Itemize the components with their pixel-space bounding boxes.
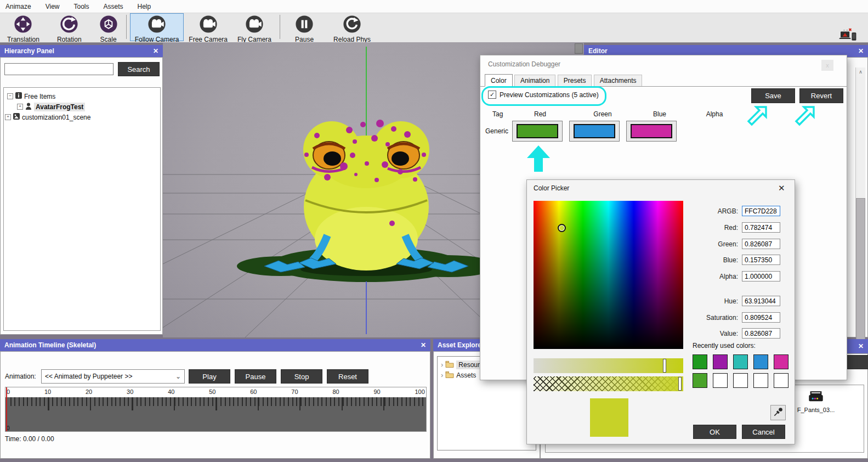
- recent-color-swatch[interactable]: [753, 373, 768, 388]
- close-icon[interactable]: ✕: [778, 183, 785, 193]
- pause-icon: [295, 15, 314, 35]
- ruler-numbers: 010 2030 4050 6070 8090 100: [7, 388, 425, 395]
- editor-scrollbar-thumb[interactable]: [856, 198, 865, 347]
- saturation-slider-handle[interactable]: [663, 359, 666, 373]
- ok-button[interactable]: OK: [693, 425, 736, 439]
- preview-customizations-checkbox[interactable]: ✓ Preview Customizations (5 active): [488, 91, 599, 99]
- tab-presets[interactable]: Presets: [558, 75, 592, 86]
- close-icon[interactable]: ✕: [153, 47, 158, 55]
- recent-color-swatch[interactable]: [733, 373, 748, 388]
- tree-item-scene[interactable]: + customization01_scene: [4, 112, 160, 122]
- timeline-track[interactable]: 0: [5, 397, 426, 431]
- playhead[interactable]: [6, 387, 7, 431]
- hierarchy-search-button[interactable]: Search: [118, 62, 160, 76]
- saturation-input[interactable]: [742, 312, 780, 323]
- tree-item-label: AvatarFrogTest: [34, 103, 85, 111]
- expand-icon[interactable]: +: [17, 104, 23, 110]
- recent-color-swatch[interactable]: [693, 354, 707, 369]
- hue-value-gradient[interactable]: [534, 201, 683, 349]
- gradient-cursor[interactable]: [558, 224, 566, 232]
- recent-color-swatch[interactable]: [774, 373, 788, 388]
- free-camera-icon: [199, 15, 218, 35]
- pause-button[interactable]: Pause: [290, 13, 319, 41]
- alpha-input[interactable]: [742, 271, 780, 281]
- hierarchy-search-input[interactable]: [4, 63, 114, 75]
- chevron-right-icon[interactable]: ›: [441, 360, 443, 369]
- alpha-slider[interactable]: [534, 376, 683, 391]
- panel-action-button[interactable]: [846, 355, 868, 369]
- swatch-color: [574, 124, 615, 138]
- asset-file-label: F_Pants_03...: [797, 407, 835, 413]
- close-icon[interactable]: ✕: [858, 47, 864, 55]
- save-button[interactable]: Save: [751, 88, 795, 103]
- menu-assets[interactable]: Assets: [104, 3, 123, 10]
- saturation-slider[interactable]: [534, 358, 683, 373]
- green-input[interactable]: [742, 239, 780, 249]
- alpha-slider-handle[interactable]: [678, 377, 682, 391]
- recent-color-swatch[interactable]: [713, 373, 728, 388]
- animation-dropdown[interactable]: << Animated by Puppeteer >> ⌄: [41, 369, 185, 384]
- scale-button[interactable]: Scale: [94, 13, 123, 41]
- stop-button[interactable]: Stop: [281, 369, 322, 384]
- dialog-close-button[interactable]: x: [821, 60, 833, 71]
- column-header-red: Red: [523, 110, 557, 118]
- hue-input[interactable]: [742, 296, 780, 306]
- blue-channel-swatch[interactable]: [626, 121, 677, 142]
- green-label: Green:: [689, 240, 738, 248]
- folder-icon: [445, 360, 454, 369]
- collapse-icon[interactable]: −: [7, 93, 13, 99]
- asset-thumb[interactable]: F_Pants_03...: [797, 391, 835, 413]
- expand-icon[interactable]: +: [5, 114, 11, 120]
- red-channel-swatch[interactable]: [512, 121, 563, 142]
- alpha-label: Alpha:: [689, 273, 738, 280]
- argb-input[interactable]: [742, 206, 780, 216]
- animation-dropdown-value: << Animated by Puppeteer >>: [45, 373, 132, 380]
- scroll-up-icon[interactable]: ∧: [856, 67, 865, 77]
- swatch-color: [517, 124, 558, 138]
- tree-item-avatar[interactable]: + AvatarFrogTest: [4, 102, 160, 112]
- menu-view[interactable]: View: [46, 3, 60, 10]
- tab-animation[interactable]: Animation: [514, 75, 555, 86]
- recent-color-swatch[interactable]: [774, 354, 788, 369]
- reload-phys-button[interactable]: Reload Phys: [328, 13, 376, 41]
- hierarchy-panel-titlebar[interactable]: Hierarchy Panel ✕: [0, 45, 163, 57]
- play-button[interactable]: Play: [189, 369, 230, 384]
- recent-color-swatch[interactable]: [753, 354, 768, 369]
- reset-button[interactable]: Reset: [327, 369, 368, 384]
- rotation-button[interactable]: Rotation: [52, 13, 87, 41]
- panel-splitter[interactable]: [575, 43, 583, 54]
- revert-button[interactable]: Revert: [799, 88, 843, 103]
- close-icon[interactable]: ✕: [858, 342, 864, 350]
- recent-color-swatch[interactable]: [733, 354, 748, 369]
- timeline-ruler[interactable]: 010 2030 4050 6070 8090 100 0: [5, 387, 427, 432]
- red-input[interactable]: [742, 222, 780, 233]
- timeline-panel-titlebar[interactable]: Animation Timeline (Skeletal) ✕: [0, 339, 430, 351]
- free-camera-button[interactable]: Free Camera: [184, 13, 232, 41]
- pause-button-timeline[interactable]: Pause: [235, 369, 276, 384]
- follow-camera-button[interactable]: Follow Camera: [130, 13, 184, 41]
- column-header-tag: Tag: [492, 110, 503, 118]
- tree-item-label: Free Items: [24, 93, 55, 100]
- asset-item-label: Assets: [456, 371, 476, 379]
- tree-item-free-items[interactable]: − Free Items: [4, 91, 160, 102]
- menu-animaze[interactable]: Animaze: [5, 3, 31, 10]
- green-channel-swatch[interactable]: [569, 121, 620, 142]
- eyedropper-button[interactable]: [770, 405, 786, 420]
- chevron-right-icon[interactable]: ›: [441, 371, 443, 379]
- blue-input[interactable]: [742, 255, 780, 265]
- menu-tools[interactable]: Tools: [73, 3, 89, 10]
- translation-button[interactable]: Translation: [2, 13, 44, 41]
- editor-scrollbar[interactable]: ∧: [855, 67, 865, 337]
- close-icon[interactable]: ✕: [421, 341, 426, 349]
- value-input[interactable]: [742, 328, 780, 339]
- fly-camera-button[interactable]: Fly Camera: [232, 13, 276, 41]
- menu-help[interactable]: Help: [138, 3, 151, 10]
- cancel-button[interactable]: Cancel: [742, 425, 785, 439]
- tab-color[interactable]: Color: [485, 74, 513, 87]
- recent-color-swatch[interactable]: [713, 354, 728, 369]
- ruler-ticks-coarse: [6, 397, 426, 410]
- recent-color-swatch[interactable]: [693, 373, 707, 388]
- column-header-green: Green: [580, 110, 625, 118]
- fly-camera-icon: [245, 15, 264, 35]
- tab-attachments[interactable]: Attachments: [594, 75, 643, 86]
